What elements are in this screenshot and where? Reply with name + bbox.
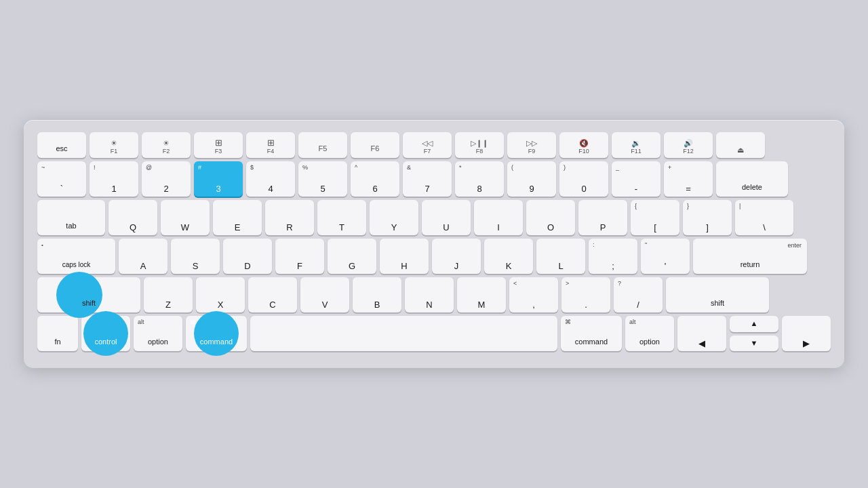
key-f8[interactable]: ▷❙❙ F8 <box>455 132 504 158</box>
key-l[interactable]: L <box>536 239 585 274</box>
key-slash[interactable]: ? / <box>614 277 663 312</box>
key-backslash[interactable]: | \ <box>735 200 793 235</box>
key-1[interactable]: ! 1 <box>90 161 138 197</box>
key-arrow-up[interactable]: ▲ <box>730 316 778 332</box>
keyboard: esc ☀ F1 ☀ F2 ⊞ F3 ⊞ F4 F5 F6 ◁◁ F7 ▷❙❙ <box>24 120 844 368</box>
key-u[interactable]: U <box>422 200 471 235</box>
key-t[interactable]: T <box>317 200 366 235</box>
key-r[interactable]: R <box>265 200 314 235</box>
key-comma[interactable]: < , <box>509 277 558 312</box>
key-f[interactable]: F <box>275 239 324 274</box>
key-command-right[interactable]: ⌘ command <box>561 316 622 351</box>
key-space[interactable] <box>250 316 557 351</box>
key-z[interactable]: Z <box>144 277 193 312</box>
bottom-row: fn control alt option ⌘ command ⌘ comman… <box>37 316 831 351</box>
key-8[interactable]: * 8 <box>455 161 504 197</box>
key-arrow-right[interactable]: ▶ <box>782 316 831 351</box>
key-f4[interactable]: ⊞ F4 <box>246 132 295 158</box>
key-enter[interactable]: enter return <box>693 239 807 274</box>
key-open-bracket[interactable]: { [ <box>631 200 679 235</box>
key-period[interactable]: > . <box>561 277 610 312</box>
key-semicolon[interactable]: : ; <box>589 239 637 274</box>
shift-row: shift Z X C V B N M < , > . <box>37 277 831 312</box>
key-f2[interactable]: ☀ F2 <box>142 132 191 158</box>
key-backtick[interactable]: ~ ` <box>37 161 86 197</box>
fn-row: esc ☀ F1 ☀ F2 ⊞ F3 ⊞ F4 F5 F6 ◁◁ F7 ▷❙❙ <box>37 132 831 158</box>
key-close-bracket[interactable]: } ] <box>683 200 732 235</box>
key-0[interactable]: ) 0 <box>559 161 608 197</box>
key-k[interactable]: K <box>484 239 533 274</box>
key-q[interactable]: Q <box>108 200 157 235</box>
caps-row: • caps lock A S D F G H J K L : <box>37 239 831 274</box>
key-esc[interactable]: esc <box>37 132 86 158</box>
key-f12[interactable]: 🔊 F12 <box>664 132 713 158</box>
key-h[interactable]: H <box>380 239 429 274</box>
key-fn[interactable]: fn <box>37 316 78 351</box>
key-f3[interactable]: ⊞ F3 <box>194 132 243 158</box>
key-y[interactable]: Y <box>370 200 418 235</box>
num-row: ~ ` ! 1 @ 2 # 3 $ 4 % 5 ^ 6 & 7 <box>37 161 831 197</box>
key-m[interactable]: M <box>457 277 506 312</box>
key-capslock[interactable]: • caps lock <box>37 239 115 274</box>
key-p[interactable]: P <box>578 200 627 235</box>
key-2[interactable]: @ 2 <box>142 161 191 197</box>
key-equals[interactable]: + = <box>664 161 713 197</box>
key-arrow-down[interactable]: ▼ <box>730 336 778 352</box>
key-a[interactable]: A <box>119 239 167 274</box>
key-b[interactable]: B <box>353 277 401 312</box>
key-s[interactable]: S <box>171 239 220 274</box>
key-option-left[interactable]: alt option <box>134 316 182 351</box>
key-9[interactable]: ( 9 <box>507 161 556 197</box>
key-j[interactable]: J <box>432 239 481 274</box>
key-quote[interactable]: " ' <box>641 239 690 274</box>
key-shift-right[interactable]: shift <box>666 277 769 312</box>
key-5[interactable]: % 5 <box>298 161 347 197</box>
key-4[interactable]: $ 4 <box>246 161 295 197</box>
key-f11[interactable]: 🔉 F11 <box>612 132 660 158</box>
key-i[interactable]: I <box>474 200 523 235</box>
key-tab[interactable]: tab <box>37 200 105 235</box>
key-v[interactable]: V <box>300 277 349 312</box>
key-eject[interactable]: ⏏ <box>716 132 765 158</box>
key-c[interactable]: C <box>248 277 297 312</box>
key-e[interactable]: E <box>213 200 262 235</box>
key-arrow-left[interactable]: ◀ <box>677 316 726 351</box>
key-6[interactable]: ^ 6 <box>351 161 399 197</box>
key-n[interactable]: N <box>405 277 454 312</box>
key-f6[interactable]: F6 <box>351 132 399 158</box>
key-f1[interactable]: ☀ F1 <box>90 132 138 158</box>
tab-row: tab Q W E R T Y U I O P <box>37 200 831 235</box>
key-option-right[interactable]: alt option <box>625 316 674 351</box>
arrow-ud-group: ▲ ▼ <box>730 316 778 351</box>
key-delete[interactable]: delete <box>716 161 788 197</box>
key-g[interactable]: G <box>328 239 376 274</box>
key-o[interactable]: O <box>526 200 575 235</box>
key-f9[interactable]: ▷▷ F9 <box>507 132 556 158</box>
key-minus[interactable]: _ - <box>612 161 660 197</box>
key-x[interactable]: X <box>196 277 245 312</box>
key-control[interactable]: control <box>81 316 130 351</box>
key-shift-left[interactable]: shift <box>37 277 140 312</box>
key-7[interactable]: & 7 <box>403 161 452 197</box>
key-3[interactable]: # 3 <box>194 161 243 197</box>
key-w[interactable]: W <box>161 200 210 235</box>
key-d[interactable]: D <box>223 239 272 274</box>
key-f5[interactable]: F5 <box>298 132 347 158</box>
key-f7[interactable]: ◁◁ F7 <box>403 132 452 158</box>
key-f10[interactable]: 🔇 F10 <box>559 132 608 158</box>
key-command-left[interactable]: ⌘ command <box>186 316 247 351</box>
